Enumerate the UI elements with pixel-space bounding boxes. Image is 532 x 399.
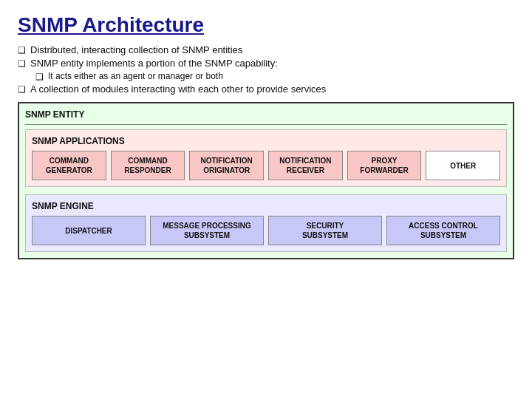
snmp-engine-box: SNMP ENGINE DISPATCHER MESSAGE PROCESSIN… [25,194,507,252]
app-command-responder: COMMANDRESPONDER [111,151,185,180]
engine-security: SECURITYSUBSYSTEM [268,216,382,245]
bullet-text-1: Distributed, interacting collection of S… [30,44,242,55]
page: SNMP Architecture ❑ Distributed, interac… [0,0,532,399]
engine-msg-processing: MESSAGE PROCESSINGSUBSYSTEM [150,216,264,245]
app-notification-originator: NOTIFICATIONORIGINATOR [189,151,264,180]
bullet-1: ❑ Distributed, interacting collection of… [18,44,514,55]
sub-bullet-icon-1: ❑ [35,72,44,82]
bullet-list: ❑ Distributed, interacting collection of… [18,44,514,95]
snmp-applications-box: SNMP APPLICATIONS COMMANDGENERATOR COMMA… [25,129,507,187]
engine-access-control: ACCESS CONTROLSUBSYSTEM [386,216,500,245]
app-other: OTHER [426,151,500,180]
bullet-3: ❑ A collection of modules interacting wi… [18,83,514,95]
app-notification-receiver: NOTIFICATIONRECEIVER [268,151,343,180]
snmp-entity-box: SNMP ENTITY SNMP APPLICATIONS COMMANDGEN… [18,102,514,259]
sub-bullet-1: ❑ It acts either as an agent or manager … [35,71,514,82]
bullet-text-2: SNMP entity implements a portion of the … [30,58,278,69]
bullet-icon-3: ❑ [18,84,26,95]
engine-row: DISPATCHER MESSAGE PROCESSINGSUBSYSTEM S… [32,216,500,245]
snmp-applications-label: SNMP APPLICATIONS [32,136,500,146]
snmp-engine-label: SNMP ENGINE [32,201,500,211]
app-proxy-forwarder: PROXYFORWARDER [347,151,422,180]
page-title: SNMP Architecture [18,13,514,37]
snmp-entity-label: SNMP ENTITY [25,109,507,120]
bullet-text-3: A collection of modules interacting with… [30,83,326,95]
bullet-icon-2: ❑ [18,58,26,69]
engine-dispatcher: DISPATCHER [32,216,146,245]
app-command-generator: COMMANDGENERATOR [32,151,106,180]
bullet-icon-1: ❑ [18,45,26,55]
bullet-2: ❑ SNMP entity implements a portion of th… [18,58,514,69]
apps-row: COMMANDGENERATOR COMMANDRESPONDER NOTIFI… [32,151,500,180]
divider-1 [25,124,507,125]
sub-bullet-text-1: It acts either as an agent or manager or… [48,71,223,81]
